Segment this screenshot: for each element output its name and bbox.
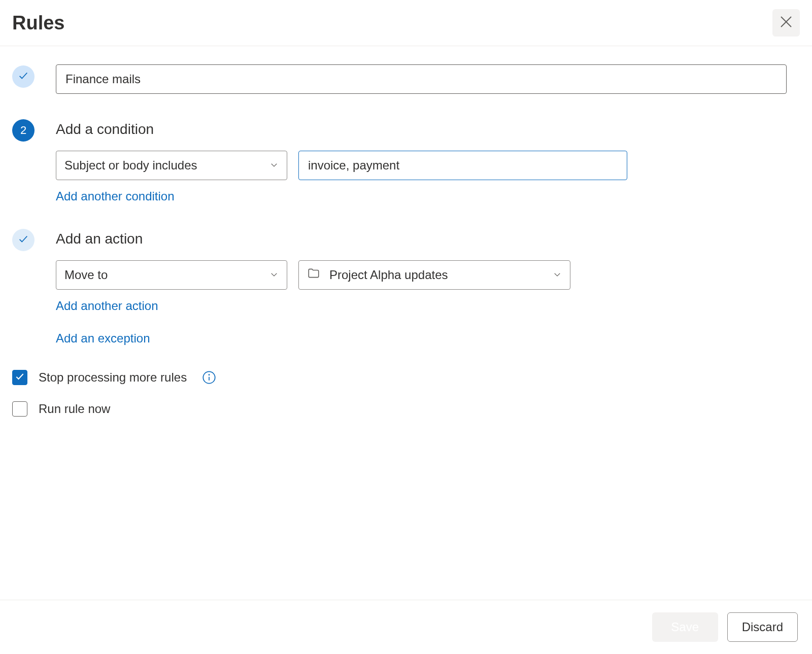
stop-processing-checkbox[interactable] bbox=[12, 370, 27, 385]
options: Stop processing more rules Run rule now bbox=[12, 370, 800, 417]
svg-point-4 bbox=[209, 374, 210, 375]
folder-icon bbox=[307, 267, 320, 283]
chevron-down-icon bbox=[553, 268, 562, 282]
action-type-dropdown[interactable]: Move to bbox=[56, 260, 287, 290]
close-icon bbox=[779, 14, 794, 31]
add-another-action-link[interactable]: Add another action bbox=[56, 299, 800, 313]
check-icon bbox=[18, 233, 29, 247]
folder-label: Project Alpha updates bbox=[329, 268, 448, 282]
folder-picker[interactable]: Project Alpha updates bbox=[298, 260, 570, 290]
action-title: Add an action bbox=[56, 231, 800, 247]
chevron-down-icon bbox=[269, 268, 279, 282]
rules-dialog: Rules 2 Add a condition bbox=[0, 0, 812, 654]
discard-button-label: Discard bbox=[742, 620, 783, 634]
rule-name-input[interactable] bbox=[56, 64, 787, 94]
step-number: 2 bbox=[20, 124, 26, 137]
step-condition: 2 Add a condition Subject or body includ… bbox=[12, 118, 800, 203]
folder-picker-left: Project Alpha updates bbox=[307, 267, 448, 283]
dialog-header: Rules bbox=[0, 0, 812, 46]
step-badge-active: 2 bbox=[12, 119, 35, 142]
run-rule-now-checkbox[interactable] bbox=[12, 401, 27, 417]
step-condition-content: Add a condition Subject or body includes… bbox=[56, 118, 800, 203]
run-rule-now-label: Run rule now bbox=[39, 402, 110, 416]
step-badge-pending bbox=[12, 229, 35, 251]
step-action-content: Add an action Move to Project A bbox=[56, 228, 800, 346]
discard-button[interactable]: Discard bbox=[727, 612, 798, 642]
step-name bbox=[12, 64, 800, 94]
check-icon bbox=[15, 371, 25, 384]
add-another-condition-link[interactable]: Add another condition bbox=[56, 189, 800, 203]
action-row: Move to Project Alpha updates bbox=[56, 260, 800, 290]
chevron-down-icon bbox=[269, 158, 279, 173]
condition-type-label: Subject or body includes bbox=[64, 158, 197, 173]
check-icon bbox=[18, 70, 29, 83]
info-icon[interactable] bbox=[202, 370, 216, 385]
condition-value-input[interactable] bbox=[298, 151, 627, 180]
save-button-label: Save bbox=[671, 620, 699, 634]
condition-title: Add a condition bbox=[56, 121, 800, 137]
close-button[interactable] bbox=[772, 9, 800, 37]
step-action: Add an action Move to Project A bbox=[12, 228, 800, 346]
dialog-footer: Save Discard bbox=[0, 600, 812, 654]
action-type-label: Move to bbox=[64, 268, 108, 282]
dialog-body: 2 Add a condition Subject or body includ… bbox=[0, 46, 812, 600]
condition-row: Subject or body includes bbox=[56, 151, 800, 180]
dialog-title: Rules bbox=[12, 12, 64, 34]
run-rule-now-row: Run rule now bbox=[12, 401, 800, 417]
add-exception-link[interactable]: Add an exception bbox=[56, 331, 800, 346]
stop-processing-label: Stop processing more rules bbox=[39, 370, 187, 385]
condition-type-dropdown[interactable]: Subject or body includes bbox=[56, 151, 287, 180]
stop-processing-row: Stop processing more rules bbox=[12, 370, 800, 385]
step-name-content bbox=[56, 64, 800, 94]
step-badge-done bbox=[12, 65, 35, 88]
save-button[interactable]: Save bbox=[652, 612, 718, 642]
